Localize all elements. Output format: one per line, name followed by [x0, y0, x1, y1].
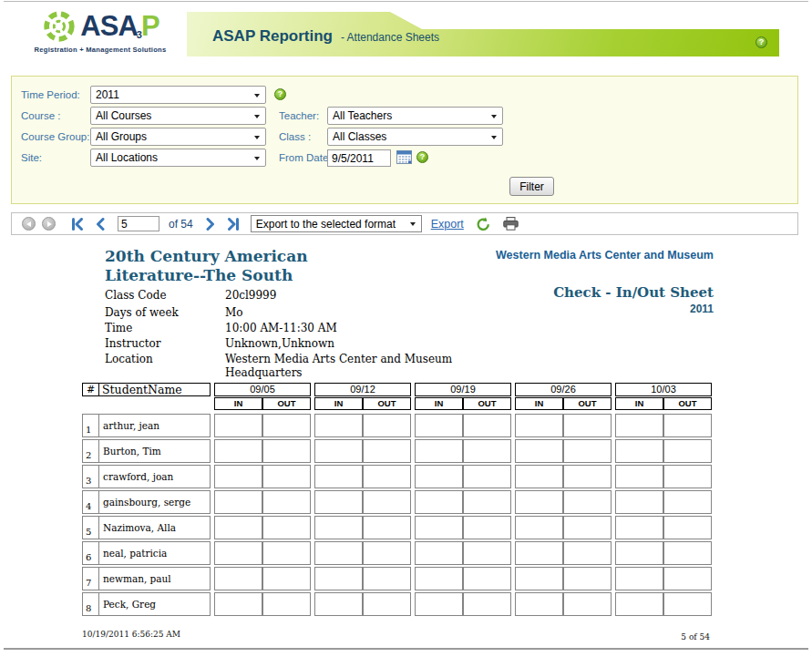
check-in-cell [515, 490, 563, 514]
logo-text-asa: ASA [80, 10, 137, 43]
course-label: Course : [21, 107, 60, 125]
in-out-cell-pair [615, 592, 712, 616]
in-out-header-group: INOUT [415, 397, 511, 410]
check-in-cell [415, 465, 463, 488]
previous-page-button[interactable] [95, 218, 106, 231]
help-icon[interactable]: ? [274, 88, 286, 100]
forward-button[interactable] [42, 217, 56, 231]
row-number: 8 [83, 593, 99, 615]
check-out-cell [463, 465, 511, 488]
student-name: newman, paul [99, 568, 171, 590]
check-out-cell [262, 516, 311, 539]
check-in-cell [415, 414, 463, 437]
in-out-cell-pair [214, 414, 311, 437]
dropdown-arrow-icon [410, 222, 416, 226]
teacher-select[interactable]: All Teachers [327, 107, 503, 125]
check-out-cell [563, 414, 612, 437]
check-out-cell [262, 414, 311, 437]
in-column-header: IN [314, 397, 363, 410]
student-cell: 4gainsbourg, serge [82, 490, 211, 514]
check-out-cell [262, 541, 311, 565]
first-page-button[interactable] [71, 218, 84, 231]
from-date-label: From Date: [279, 149, 332, 167]
detail-label: Location [105, 353, 153, 366]
student-cell: 2Burton, Tim [82, 439, 211, 463]
student-name: Burton, Tim [99, 440, 161, 462]
in-out-cell-pair [214, 567, 311, 590]
date-column-header: 09/19 [415, 383, 511, 396]
class-select[interactable]: All Classes [327, 128, 503, 146]
course-select[interactable]: All Courses [90, 107, 266, 125]
student-cell: 3crawford, joan [82, 465, 211, 488]
class-label: Class : [279, 128, 311, 146]
dropdown-arrow-icon [254, 136, 260, 139]
row-number: 6 [83, 542, 99, 564]
help-icon[interactable]: ? [755, 36, 767, 48]
in-out-cell-pair [515, 516, 612, 539]
time-period-select[interactable]: 2011 [90, 86, 266, 104]
check-in-cell [314, 567, 363, 590]
refresh-icon[interactable] [476, 217, 491, 231]
page-count-label: of 54 [169, 218, 193, 231]
check-out-cell [262, 439, 311, 463]
header-banner: ASAP Reporting - Attendance Sheets ? [187, 12, 779, 56]
export-format-select[interactable]: Export to the selected format [251, 215, 422, 232]
help-icon[interactable]: ? [416, 151, 428, 163]
detail-value: Mo [225, 306, 453, 320]
student-name: neal, patricia [99, 542, 167, 564]
calendar-icon[interactable] [396, 149, 412, 168]
check-out-cell [463, 516, 511, 539]
export-link[interactable]: Export [431, 218, 464, 231]
in-out-cell-pair [214, 592, 311, 616]
student-name: Peck, Greg [99, 593, 156, 615]
in-out-cell-pair [214, 490, 311, 514]
filter-button[interactable]: Filter [509, 177, 554, 196]
in-out-cell-pair [415, 567, 511, 590]
back-button[interactable] [22, 217, 36, 231]
detail-label: Class Code [105, 289, 167, 303]
print-icon[interactable] [503, 217, 519, 231]
student-cell: 8Peck, Greg [82, 592, 211, 616]
check-in-cell [515, 465, 563, 488]
student-name: Nazimova, Alla [99, 517, 176, 539]
asap-reporting-page: ASA 3 P Registration + Management Soluti… [0, 0, 812, 657]
time-period-label: Time Period: [21, 86, 80, 104]
check-in-cell [214, 414, 262, 437]
sheet-title: Check - In/Out Sheet [553, 284, 714, 301]
site-select[interactable]: All Locations [90, 149, 266, 167]
in-out-cell-pair [415, 592, 511, 616]
check-in-cell [314, 465, 363, 488]
in-out-cell-pair [615, 541, 712, 565]
site-value: All Locations [96, 151, 158, 164]
detail-value: 10:00 AM-11:30 AM [225, 322, 453, 335]
check-in-cell [314, 490, 363, 514]
in-out-cell-pair [615, 414, 712, 437]
last-page-button[interactable] [227, 218, 240, 231]
student-row: 4gainsbourg, serge [82, 490, 712, 514]
from-date-input[interactable] [327, 149, 391, 167]
check-out-cell [663, 516, 712, 539]
course-group-select[interactable]: All Groups [90, 128, 266, 146]
in-column-header: IN [615, 397, 663, 410]
page-number-input[interactable] [118, 216, 159, 231]
next-page-button[interactable] [205, 218, 216, 231]
in-out-cell-pair [515, 592, 612, 616]
student-row: 2Burton, Tim [82, 439, 712, 463]
course-group-value: All Groups [96, 130, 147, 143]
check-in-cell [515, 541, 563, 565]
check-out-cell [463, 567, 511, 590]
page-subtitle: - Attendance Sheets [341, 31, 439, 44]
check-out-cell [663, 541, 712, 565]
check-in-cell [515, 567, 563, 590]
check-in-cell [515, 414, 563, 437]
in-out-cell-pair [515, 567, 612, 590]
detail-value: 20cl9999 [225, 289, 453, 303]
detail-label: Time [105, 322, 132, 335]
in-out-cell-pair [615, 567, 712, 590]
check-in-cell [214, 465, 262, 488]
in-out-header-group: INOUT [515, 397, 612, 410]
check-in-cell [415, 592, 463, 616]
check-in-cell [615, 439, 663, 463]
in-out-cell-pair [415, 541, 511, 565]
row-number: 1 [83, 415, 99, 436]
